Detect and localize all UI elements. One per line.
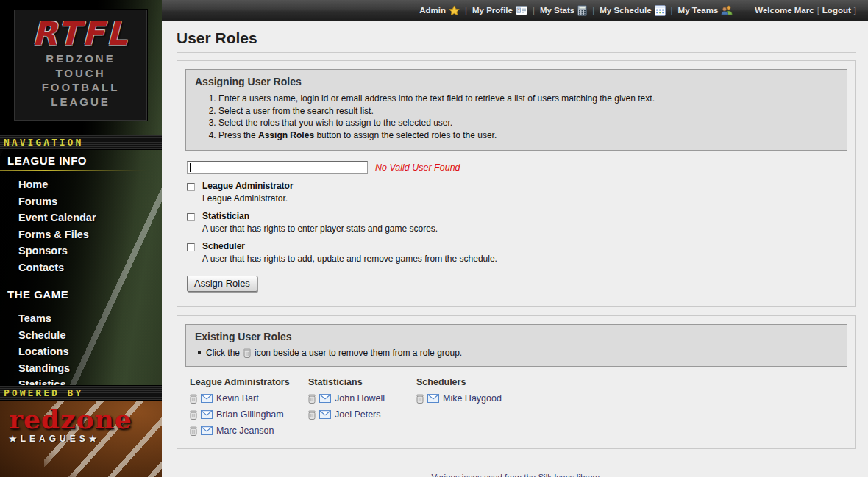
bin-icon[interactable]: [416, 394, 424, 404]
user-name[interactable]: John Howell: [335, 393, 385, 404]
separator: |: [592, 6, 594, 15]
existing-roles-section: Existing User Roles Click the icon besid…: [177, 315, 856, 449]
note-text: icon beside a user to remove them from a…: [255, 348, 462, 358]
search-status-text: No Valid User Found: [375, 162, 460, 173]
title-divider: [177, 52, 856, 53]
sidebar-item-standings[interactable]: Standings: [7, 360, 162, 377]
powered-by-band: POWERED BY: [0, 385, 162, 401]
sidebar-item-locations[interactable]: Locations: [7, 343, 162, 360]
email-icon[interactable]: [427, 394, 439, 403]
bin-icon[interactable]: [190, 410, 197, 420]
leagues-logo-text: ★LEAGUES★: [9, 434, 132, 444]
star-icon: [449, 5, 460, 16]
sidebar-section-the-game: THE GAMETeamsScheduleLocationsStandingsS…: [0, 288, 162, 393]
email-icon[interactable]: [201, 410, 213, 419]
welcome-text: Welcome Marc: [755, 6, 814, 15]
existing-roles-box: Existing User Roles Click the icon besid…: [185, 324, 847, 367]
email-icon[interactable]: [201, 426, 213, 435]
role-row-league-administrator: League AdministratorLeague Administrator…: [187, 181, 847, 204]
instruction-item: Select a user from the search result lis…: [218, 105, 838, 118]
role-checkbox-league-administrator[interactable]: [187, 183, 195, 191]
role-group-title: Statisticians: [308, 377, 406, 387]
user-name[interactable]: Kevin Bart: [216, 393, 259, 404]
sidebar-item-forums[interactable]: Forums: [7, 193, 162, 210]
sidebar-item-contacts[interactable]: Contacts: [7, 259, 162, 276]
sidebar-item-teams[interactable]: Teams: [7, 310, 162, 327]
calendar-icon: [655, 5, 666, 16]
role-list: League AdministratorLeague Administrator…: [185, 181, 847, 265]
sidebar-item-schedule[interactable]: Schedule: [7, 327, 162, 344]
role-group-title: League Administrators: [190, 377, 298, 387]
sidebar-section-title: THE GAME: [7, 288, 162, 301]
user-row-kevin-bart: Kevin Bart: [190, 393, 298, 404]
topbar-item-label: My Stats: [540, 6, 574, 15]
role-checkbox-scheduler[interactable]: [187, 243, 195, 251]
topbar-item-my-profile[interactable]: My Profile: [472, 6, 527, 15]
user-row-mike-haygood: Mike Haygood: [416, 393, 502, 404]
instruction-item: Press the Assign Roles button to assign …: [218, 129, 838, 142]
bin-icon[interactable]: [308, 410, 316, 420]
user-name[interactable]: Marc Jeanson: [216, 426, 274, 436]
footer-link-silk-icons[interactable]: Various icons used from the Silk Icons l…: [177, 473, 856, 477]
sidebar-section-title: LEAGUE INFO: [7, 154, 162, 167]
vcard-icon: [516, 6, 527, 15]
role-checkbox-statistician[interactable]: [187, 213, 195, 221]
existing-section-heading: Existing User Roles: [195, 331, 838, 342]
email-icon[interactable]: [201, 394, 213, 403]
email-icon[interactable]: [319, 394, 331, 403]
topbar-item-my-stats[interactable]: My Stats: [540, 5, 587, 16]
logout-bracket-left: [: [817, 6, 819, 15]
logo-line: LEAGUE: [15, 95, 146, 110]
bullet-square: [198, 351, 201, 354]
rtfl-logo-acronym: RTFL: [15, 16, 146, 51]
user-name[interactable]: Mike Haygood: [443, 393, 502, 404]
navigation-band: NAVIGATION: [0, 135, 162, 150]
footer: Various icons used from the Silk Icons l…: [177, 473, 856, 477]
user-search-input[interactable]: [187, 161, 368, 174]
user-name[interactable]: Brian Gillingham: [216, 409, 284, 420]
topbar-item-label: My Profile: [472, 6, 513, 15]
sidebar-item-sponsors[interactable]: Sponsors: [7, 243, 162, 259]
note-text: Click the: [206, 348, 240, 358]
topbar-item-my-schedule[interactable]: My Schedule: [600, 5, 665, 16]
role-groups: League AdministratorsKevin BartBrian Gil…: [190, 377, 847, 436]
user-name[interactable]: Joel Peters: [335, 409, 381, 420]
sidebar-section-league-info: LEAGUE INFOHomeForumsEvent CalendarForms…: [0, 154, 162, 276]
bin-icon[interactable]: [190, 394, 197, 404]
redzone-leagues-logo[interactable]: redzone ★LEAGUES★: [9, 406, 132, 444]
topbar: Admin|My Profile|My Stats|My Schedule|My…: [162, 0, 868, 21]
existing-note: Click the icon beside a user to remove t…: [198, 348, 838, 358]
assign-instructions-box: Assigning User Roles Enter a users name,…: [185, 69, 847, 151]
instruction-item: Select the roles that you wish to assign…: [218, 117, 838, 129]
role-description: A user that has rights to add, update an…: [202, 254, 497, 265]
topbar-item-label: My Schedule: [600, 6, 651, 15]
role-row-scheduler: SchedulerA user that has rights to add, …: [187, 241, 847, 265]
sidebar-item-forms-files[interactable]: Forms & Files: [7, 226, 162, 243]
topbar-item-admin[interactable]: Admin: [419, 5, 460, 16]
bin-icon[interactable]: [190, 426, 197, 436]
separator: |: [465, 6, 467, 15]
instructions-list: Enter a users name, login id or email ad…: [205, 93, 838, 141]
email-icon[interactable]: [319, 410, 331, 419]
logout-button[interactable]: Logout: [822, 6, 851, 15]
role-name: Scheduler: [202, 241, 497, 252]
rtfl-logo[interactable]: RTFL REDZONETOUCHFOOTBALLLEAGUE: [14, 10, 147, 121]
role-text: StatisticianA user that has rights to en…: [202, 211, 438, 234]
sidebar-item-home[interactable]: Home: [7, 176, 162, 193]
assign-roles-button[interactable]: Assign Roles: [187, 276, 257, 292]
user-row-joel-peters: Joel Peters: [308, 409, 406, 420]
page-title: User Roles: [177, 29, 856, 47]
topbar-item-my-teams[interactable]: My Teams: [678, 5, 733, 15]
sidebar-item-event-calendar[interactable]: Event Calendar: [7, 209, 162, 226]
calculator-icon: [577, 5, 587, 16]
topbar-menu: Admin|My Profile|My Stats|My Schedule|My…: [419, 5, 733, 16]
role-text: League AdministratorLeague Administrator…: [202, 181, 294, 204]
role-name: League Administrator: [202, 181, 294, 192]
role-group-schedulers: SchedulersMike Haygood: [416, 377, 502, 436]
user-search-row: No Valid User Found: [187, 161, 847, 174]
bin-icon[interactable]: [308, 394, 316, 404]
role-group-league-administrators: League AdministratorsKevin BartBrian Gil…: [190, 377, 298, 436]
sidebar-sections: LEAGUE INFOHomeForumsEvent CalendarForms…: [0, 154, 162, 406]
role-name: Statistician: [202, 211, 438, 222]
logo-line: REDZONE: [15, 51, 146, 66]
